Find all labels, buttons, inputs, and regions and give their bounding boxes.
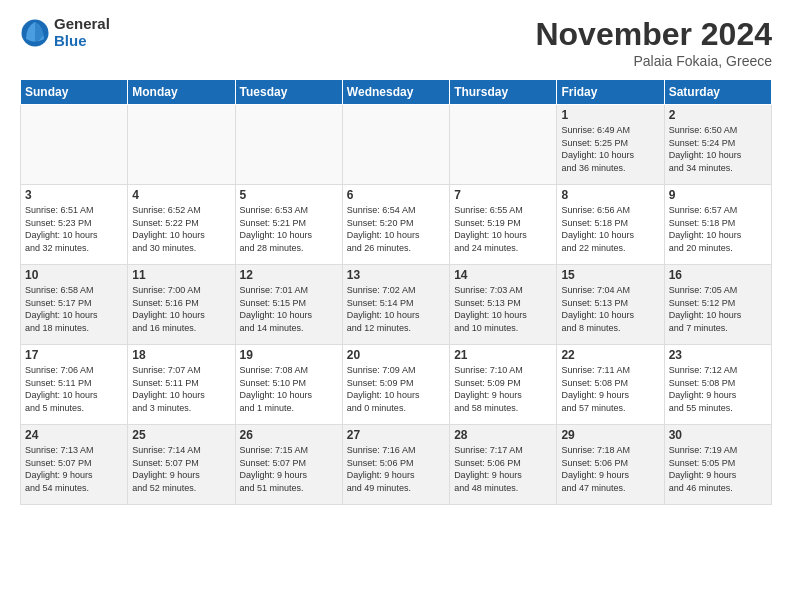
day-info: Sunrise: 7:17 AM Sunset: 5:06 PM Dayligh… bbox=[454, 444, 552, 494]
calendar-row: 24Sunrise: 7:13 AM Sunset: 5:07 PM Dayli… bbox=[21, 425, 772, 505]
calendar-cell bbox=[21, 105, 128, 185]
day-info: Sunrise: 6:49 AM Sunset: 5:25 PM Dayligh… bbox=[561, 124, 659, 174]
day-info: Sunrise: 7:06 AM Sunset: 5:11 PM Dayligh… bbox=[25, 364, 123, 414]
calendar-cell: 8Sunrise: 6:56 AM Sunset: 5:18 PM Daylig… bbox=[557, 185, 664, 265]
day-info: Sunrise: 7:13 AM Sunset: 5:07 PM Dayligh… bbox=[25, 444, 123, 494]
day-info: Sunrise: 6:57 AM Sunset: 5:18 PM Dayligh… bbox=[669, 204, 767, 254]
day-info: Sunrise: 6:52 AM Sunset: 5:22 PM Dayligh… bbox=[132, 204, 230, 254]
calendar-cell: 23Sunrise: 7:12 AM Sunset: 5:08 PM Dayli… bbox=[664, 345, 771, 425]
calendar-cell bbox=[342, 105, 449, 185]
day-info: Sunrise: 6:53 AM Sunset: 5:21 PM Dayligh… bbox=[240, 204, 338, 254]
day-number: 2 bbox=[669, 108, 767, 122]
calendar-row: 3Sunrise: 6:51 AM Sunset: 5:23 PM Daylig… bbox=[21, 185, 772, 265]
calendar-cell: 7Sunrise: 6:55 AM Sunset: 5:19 PM Daylig… bbox=[450, 185, 557, 265]
logo-text: General Blue bbox=[54, 16, 110, 49]
day-number: 8 bbox=[561, 188, 659, 202]
header-day-saturday: Saturday bbox=[664, 80, 771, 105]
calendar-row: 10Sunrise: 6:58 AM Sunset: 5:17 PM Dayli… bbox=[21, 265, 772, 345]
day-info: Sunrise: 7:08 AM Sunset: 5:10 PM Dayligh… bbox=[240, 364, 338, 414]
logo: General Blue bbox=[20, 16, 110, 49]
day-info: Sunrise: 7:18 AM Sunset: 5:06 PM Dayligh… bbox=[561, 444, 659, 494]
day-info: Sunrise: 6:56 AM Sunset: 5:18 PM Dayligh… bbox=[561, 204, 659, 254]
day-number: 4 bbox=[132, 188, 230, 202]
day-number: 11 bbox=[132, 268, 230, 282]
day-number: 22 bbox=[561, 348, 659, 362]
header-day-wednesday: Wednesday bbox=[342, 80, 449, 105]
day-number: 3 bbox=[25, 188, 123, 202]
day-number: 15 bbox=[561, 268, 659, 282]
day-info: Sunrise: 7:07 AM Sunset: 5:11 PM Dayligh… bbox=[132, 364, 230, 414]
header-day-tuesday: Tuesday bbox=[235, 80, 342, 105]
logo-general-label: General bbox=[54, 16, 110, 33]
calendar-cell: 25Sunrise: 7:14 AM Sunset: 5:07 PM Dayli… bbox=[128, 425, 235, 505]
calendar-cell: 9Sunrise: 6:57 AM Sunset: 5:18 PM Daylig… bbox=[664, 185, 771, 265]
day-number: 6 bbox=[347, 188, 445, 202]
calendar-cell: 16Sunrise: 7:05 AM Sunset: 5:12 PM Dayli… bbox=[664, 265, 771, 345]
calendar-table: SundayMondayTuesdayWednesdayThursdayFrid… bbox=[20, 79, 772, 505]
day-number: 10 bbox=[25, 268, 123, 282]
calendar-cell: 6Sunrise: 6:54 AM Sunset: 5:20 PM Daylig… bbox=[342, 185, 449, 265]
calendar-cell: 19Sunrise: 7:08 AM Sunset: 5:10 PM Dayli… bbox=[235, 345, 342, 425]
calendar-cell: 14Sunrise: 7:03 AM Sunset: 5:13 PM Dayli… bbox=[450, 265, 557, 345]
calendar-cell: 11Sunrise: 7:00 AM Sunset: 5:16 PM Dayli… bbox=[128, 265, 235, 345]
calendar-cell: 30Sunrise: 7:19 AM Sunset: 5:05 PM Dayli… bbox=[664, 425, 771, 505]
calendar-cell: 4Sunrise: 6:52 AM Sunset: 5:22 PM Daylig… bbox=[128, 185, 235, 265]
title-block: November 2024 Palaia Fokaia, Greece bbox=[535, 16, 772, 69]
calendar-cell bbox=[128, 105, 235, 185]
calendar-cell bbox=[235, 105, 342, 185]
calendar-cell: 17Sunrise: 7:06 AM Sunset: 5:11 PM Dayli… bbox=[21, 345, 128, 425]
calendar-cell: 20Sunrise: 7:09 AM Sunset: 5:09 PM Dayli… bbox=[342, 345, 449, 425]
calendar-cell: 22Sunrise: 7:11 AM Sunset: 5:08 PM Dayli… bbox=[557, 345, 664, 425]
calendar-cell: 15Sunrise: 7:04 AM Sunset: 5:13 PM Dayli… bbox=[557, 265, 664, 345]
day-info: Sunrise: 7:11 AM Sunset: 5:08 PM Dayligh… bbox=[561, 364, 659, 414]
calendar-cell: 29Sunrise: 7:18 AM Sunset: 5:06 PM Dayli… bbox=[557, 425, 664, 505]
day-number: 5 bbox=[240, 188, 338, 202]
day-info: Sunrise: 7:10 AM Sunset: 5:09 PM Dayligh… bbox=[454, 364, 552, 414]
day-info: Sunrise: 7:19 AM Sunset: 5:05 PM Dayligh… bbox=[669, 444, 767, 494]
location: Palaia Fokaia, Greece bbox=[535, 53, 772, 69]
day-number: 28 bbox=[454, 428, 552, 442]
day-number: 1 bbox=[561, 108, 659, 122]
day-number: 18 bbox=[132, 348, 230, 362]
day-info: Sunrise: 6:55 AM Sunset: 5:19 PM Dayligh… bbox=[454, 204, 552, 254]
day-number: 7 bbox=[454, 188, 552, 202]
logo-icon bbox=[20, 18, 50, 48]
day-number: 27 bbox=[347, 428, 445, 442]
header-day-sunday: Sunday bbox=[21, 80, 128, 105]
day-info: Sunrise: 7:03 AM Sunset: 5:13 PM Dayligh… bbox=[454, 284, 552, 334]
day-number: 21 bbox=[454, 348, 552, 362]
day-info: Sunrise: 7:15 AM Sunset: 5:07 PM Dayligh… bbox=[240, 444, 338, 494]
page: General Blue November 2024 Palaia Fokaia… bbox=[0, 0, 792, 515]
day-info: Sunrise: 7:16 AM Sunset: 5:06 PM Dayligh… bbox=[347, 444, 445, 494]
day-info: Sunrise: 7:14 AM Sunset: 5:07 PM Dayligh… bbox=[132, 444, 230, 494]
day-info: Sunrise: 6:50 AM Sunset: 5:24 PM Dayligh… bbox=[669, 124, 767, 174]
day-number: 23 bbox=[669, 348, 767, 362]
calendar-row: 17Sunrise: 7:06 AM Sunset: 5:11 PM Dayli… bbox=[21, 345, 772, 425]
header: General Blue November 2024 Palaia Fokaia… bbox=[20, 16, 772, 69]
calendar-cell: 24Sunrise: 7:13 AM Sunset: 5:07 PM Dayli… bbox=[21, 425, 128, 505]
day-info: Sunrise: 7:09 AM Sunset: 5:09 PM Dayligh… bbox=[347, 364, 445, 414]
day-number: 12 bbox=[240, 268, 338, 282]
calendar-cell: 26Sunrise: 7:15 AM Sunset: 5:07 PM Dayli… bbox=[235, 425, 342, 505]
calendar-cell: 13Sunrise: 7:02 AM Sunset: 5:14 PM Dayli… bbox=[342, 265, 449, 345]
day-number: 25 bbox=[132, 428, 230, 442]
calendar-cell: 10Sunrise: 6:58 AM Sunset: 5:17 PM Dayli… bbox=[21, 265, 128, 345]
day-info: Sunrise: 6:51 AM Sunset: 5:23 PM Dayligh… bbox=[25, 204, 123, 254]
day-number: 29 bbox=[561, 428, 659, 442]
header-day-friday: Friday bbox=[557, 80, 664, 105]
day-info: Sunrise: 7:05 AM Sunset: 5:12 PM Dayligh… bbox=[669, 284, 767, 334]
day-number: 30 bbox=[669, 428, 767, 442]
day-info: Sunrise: 7:12 AM Sunset: 5:08 PM Dayligh… bbox=[669, 364, 767, 414]
month-title: November 2024 bbox=[535, 16, 772, 53]
day-info: Sunrise: 6:54 AM Sunset: 5:20 PM Dayligh… bbox=[347, 204, 445, 254]
calendar-cell: 3Sunrise: 6:51 AM Sunset: 5:23 PM Daylig… bbox=[21, 185, 128, 265]
calendar-cell: 12Sunrise: 7:01 AM Sunset: 5:15 PM Dayli… bbox=[235, 265, 342, 345]
day-info: Sunrise: 7:01 AM Sunset: 5:15 PM Dayligh… bbox=[240, 284, 338, 334]
day-number: 24 bbox=[25, 428, 123, 442]
header-day-thursday: Thursday bbox=[450, 80, 557, 105]
calendar-cell bbox=[450, 105, 557, 185]
day-info: Sunrise: 7:00 AM Sunset: 5:16 PM Dayligh… bbox=[132, 284, 230, 334]
day-number: 13 bbox=[347, 268, 445, 282]
day-number: 14 bbox=[454, 268, 552, 282]
calendar-cell: 21Sunrise: 7:10 AM Sunset: 5:09 PM Dayli… bbox=[450, 345, 557, 425]
